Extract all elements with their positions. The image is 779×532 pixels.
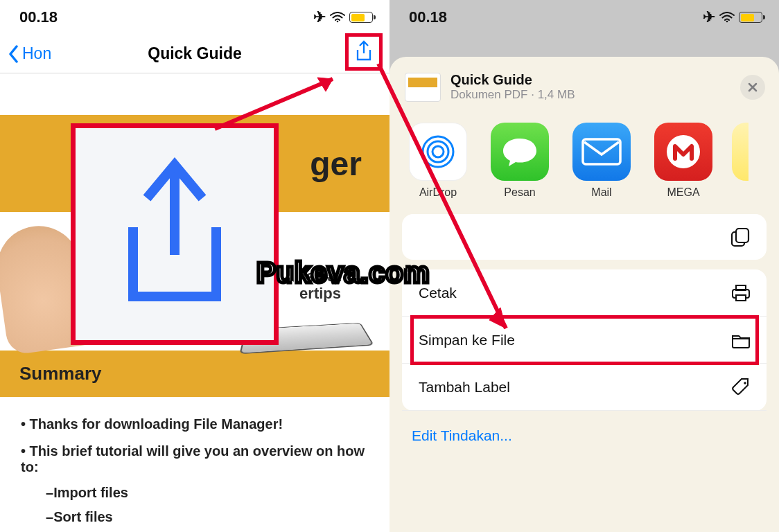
printer-icon: [730, 283, 751, 303]
clock: 00.18: [409, 8, 447, 26]
svg-rect-13: [736, 295, 746, 301]
action-label: Tambah Label: [419, 379, 510, 396]
airplane-mode-icon: ✈︎: [313, 8, 326, 26]
summary-body: Thanks for downloading File Manager! Thi…: [0, 397, 390, 532]
bullet-item: This brief tutorial will give you an ove…: [21, 443, 369, 525]
copy-icon: [729, 227, 751, 249]
summary-header: Summary: [0, 351, 390, 397]
wifi-icon: [330, 12, 345, 23]
svg-line-1: [215, 79, 333, 129]
close-icon: [747, 82, 758, 93]
airplane-mode-icon: ✈︎: [703, 8, 715, 26]
back-label: Hon: [22, 44, 51, 63]
status-bar: 00.18 ✈︎: [390, 0, 779, 35]
bullet-item: Thanks for downloading File Manager!: [21, 416, 369, 432]
sub-bullet: Import files: [46, 485, 369, 501]
annotation-arrow-2: [367, 60, 534, 351]
svg-point-14: [744, 382, 746, 384]
doc-title-fragment: ger: [310, 145, 362, 183]
action-add-label[interactable]: Tambah Label: [402, 364, 767, 411]
svg-line-15: [378, 64, 506, 328]
back-button[interactable]: Hon: [8, 44, 51, 63]
edit-actions-link[interactable]: Edit Tindakan...: [390, 411, 779, 461]
nav-bar: Hon Quick Guide: [0, 35, 390, 73]
svg-point-0: [337, 21, 339, 23]
svg-point-3: [726, 21, 728, 23]
tagline-fragment-2: ertips: [299, 285, 341, 303]
clock: 00.18: [19, 8, 58, 26]
tagline-fragment-1: es at: [306, 267, 341, 285]
svg-marker-16: [489, 308, 506, 328]
chevron-left-icon: [8, 45, 19, 63]
app-label: Mail: [568, 186, 635, 199]
annotation-arrow-1: [208, 69, 360, 139]
tag-icon: [730, 377, 751, 398]
battery-icon: [349, 12, 373, 23]
mega-icon: [654, 123, 712, 181]
battery-icon: [739, 12, 762, 23]
app-partial-next[interactable]: [732, 123, 749, 181]
mail-icon: [572, 123, 631, 181]
status-bar: 00.18 ✈︎: [0, 0, 390, 35]
bullet-text: This brief tutorial will give you an ove…: [21, 443, 365, 475]
app-mail[interactable]: Mail: [568, 123, 635, 199]
close-button[interactable]: [740, 75, 765, 100]
app-mega[interactable]: MEGA: [650, 123, 717, 199]
svg-rect-7: [583, 139, 620, 164]
svg-rect-10: [736, 229, 749, 242]
sub-bullet: Sort files: [46, 509, 369, 525]
folder-icon: [730, 332, 751, 348]
wifi-icon: [719, 12, 735, 23]
app-label: MEGA: [650, 186, 717, 199]
page-title: Quick Guide: [0, 44, 390, 63]
zoomed-share-icon: [71, 123, 279, 345]
